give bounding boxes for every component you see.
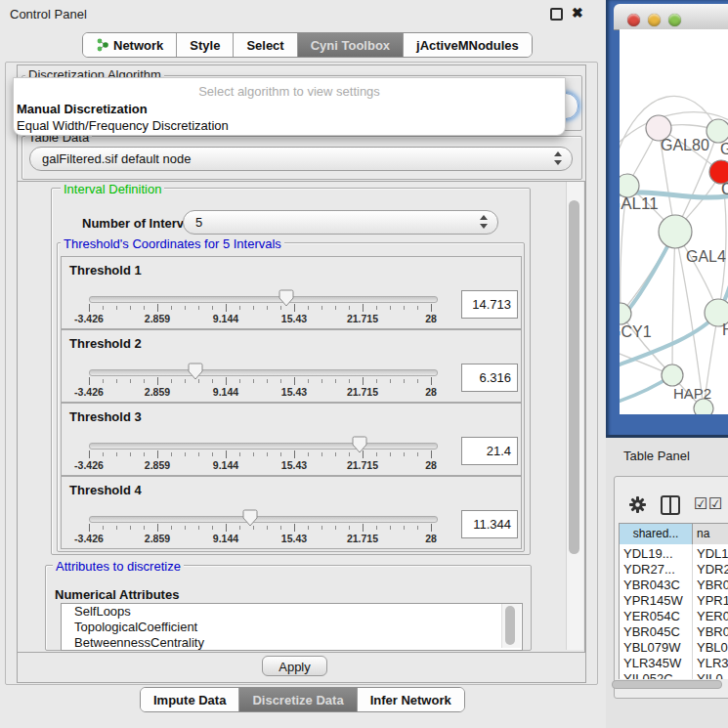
slider-tick-label: 21.715 xyxy=(341,533,384,544)
threshold-value-field[interactable]: 21.4 xyxy=(461,437,518,465)
slider-track[interactable] xyxy=(89,516,438,523)
slider-tick-label: -3.426 xyxy=(67,386,110,398)
threshold-block: Threshold 3-3.4262.8599.14415.4321.71528… xyxy=(61,403,522,476)
slider-tick-label: 9.144 xyxy=(204,386,247,398)
slider-track[interactable] xyxy=(89,443,438,450)
tab-cyni-toolbox[interactable]: Cyni Toolbox xyxy=(298,33,404,57)
apply-button[interactable]: Apply xyxy=(262,656,327,676)
slider-tick-label: 15.43 xyxy=(273,533,316,544)
tab-select[interactable]: Select xyxy=(234,33,297,57)
close-traffic-light-icon[interactable] xyxy=(627,14,640,26)
close-icon[interactable]: ✖ xyxy=(572,6,583,20)
cell-shared-name: YLR345W xyxy=(623,656,681,670)
slider-tick-label: 15.43 xyxy=(273,459,316,471)
slider-thumb[interactable] xyxy=(242,509,258,527)
column-header-shared[interactable]: shared... xyxy=(619,523,693,545)
vertical-scrollbar-thumb[interactable] xyxy=(569,200,579,554)
table-header-row: shared... na xyxy=(619,523,728,544)
slider-major-tick xyxy=(157,304,158,312)
footer-tab-discretize-data[interactable]: Discretize Data xyxy=(239,688,357,711)
cell-name: YIL0 xyxy=(697,671,723,679)
dropdown-item-equal-width[interactable]: Equal Width/Frequency Discretization xyxy=(17,118,229,133)
tab-label: Style xyxy=(190,38,220,53)
table-row[interactable]: YBR045CYBR0 xyxy=(620,624,728,640)
tab-label: Discretize Data xyxy=(252,693,343,707)
threshold-value-field[interactable]: 6.316 xyxy=(461,364,518,392)
slider-track[interactable] xyxy=(89,369,438,376)
table-row[interactable]: YBL079WYBL0 xyxy=(620,640,728,656)
slider-tick-label: 9.144 xyxy=(204,533,247,544)
threshold-label: Threshold 3 xyxy=(69,409,142,424)
minimize-traffic-light-icon[interactable] xyxy=(648,14,661,26)
slider-thumb[interactable] xyxy=(188,363,203,380)
table-row[interactable]: YLR345WYLR3 xyxy=(620,656,728,671)
slider-thumb[interactable] xyxy=(278,289,294,307)
float-panel-icon[interactable] xyxy=(550,8,563,21)
slider-tick-label: 15.43 xyxy=(273,313,316,324)
gear-icon[interactable] xyxy=(629,496,646,513)
control-panel-tabbar: NetworkStyleSelectCyni ToolboxjActiveMNo… xyxy=(82,32,533,58)
network-canvas[interactable]: GAL80GAL11GAL4GCY1HAP2GCH xyxy=(620,29,728,414)
number-of-intervals-combobox[interactable]: 5 xyxy=(183,210,498,235)
window-frame-edge xyxy=(606,435,728,438)
numerical-attributes-list[interactable]: SelfLoopsTopologicalCoefficientBetweenne… xyxy=(61,603,523,651)
attribute-list-item[interactable]: BetweennessCentrality xyxy=(62,635,522,651)
table-row[interactable]: YIL052CYIL0 xyxy=(620,671,728,679)
cell-shared-name: YBR045C xyxy=(623,624,680,639)
threshold-block: Threshold 4-3.4262.8599.14415.4321.71528… xyxy=(61,476,522,549)
network-node-label: GAL80 xyxy=(661,137,709,153)
checked-checkbox-icon[interactable]: ☑ xyxy=(708,494,722,513)
slider-tick-label: 15.43 xyxy=(273,386,316,398)
combo-stepper-icon xyxy=(554,151,562,165)
slider-thumb[interactable] xyxy=(352,436,367,453)
tab-label: Select xyxy=(246,38,283,53)
network-node[interactable] xyxy=(662,364,683,386)
dropdown-item-manual-discretization[interactable]: Manual Discretization xyxy=(17,102,148,116)
interval-definition-group-title: Interval Definition xyxy=(61,182,164,196)
tab-style[interactable]: Style xyxy=(177,33,234,57)
slider-track[interactable] xyxy=(89,296,438,303)
slider-major-tick xyxy=(363,304,364,312)
slider-major-tick xyxy=(226,524,227,532)
cell-name: YLR3 xyxy=(697,656,728,670)
network-node[interactable] xyxy=(707,119,728,143)
tab-label: Infer Network xyxy=(370,693,451,707)
table-row[interactable]: YDR27...YDR2 xyxy=(620,562,728,578)
split-columns-icon[interactable] xyxy=(661,495,680,515)
footer-tab-infer-network[interactable]: Infer Network xyxy=(358,688,464,711)
table-data-combobox[interactable]: galFiltered.sif default node xyxy=(29,147,573,171)
table-row[interactable]: YPR145WYPR1 xyxy=(620,593,728,609)
combo-stepper-icon xyxy=(480,215,488,229)
table-row[interactable]: YBR043CYBR0 xyxy=(620,578,728,593)
network-edge xyxy=(672,232,675,375)
zoom-traffic-light-icon[interactable] xyxy=(668,14,681,26)
slider-tick-label: 28 xyxy=(409,459,452,471)
checked-checkbox-icon[interactable]: ☑ xyxy=(694,494,707,513)
slider-tick-label: -3.426 xyxy=(67,533,110,544)
network-window-titlebar[interactable] xyxy=(614,4,728,30)
footer-tab-impute-data[interactable]: Impute Data xyxy=(141,688,239,711)
table-row[interactable]: YER054CYER0 xyxy=(620,609,728,624)
column-header-name[interactable]: na xyxy=(692,523,728,545)
slider-major-tick xyxy=(157,524,158,532)
attribute-list-item[interactable]: TopologicalCoefficient xyxy=(62,620,522,635)
slider-major-tick xyxy=(89,524,90,532)
slider-major-tick xyxy=(363,524,364,532)
tab-jactivemnodules[interactable]: jActiveMNodules xyxy=(404,33,532,57)
threshold-value-field[interactable]: 14.713 xyxy=(461,290,518,319)
tab-network[interactable]: Network xyxy=(83,33,177,57)
slider-major-tick xyxy=(226,450,227,458)
column-divider xyxy=(692,544,693,679)
slider-major-tick xyxy=(89,377,90,385)
network-node[interactable] xyxy=(659,215,692,248)
attributes-scrollbar-thumb[interactable] xyxy=(505,606,515,645)
slider-tick-label: 28 xyxy=(409,313,452,324)
threshold-value-field[interactable]: 11.344 xyxy=(461,510,518,538)
table-hscrollbar-thumb[interactable] xyxy=(612,680,722,689)
slider-major-tick xyxy=(294,450,295,458)
cell-name: YER0 xyxy=(697,609,728,623)
table-hscrollbar-track[interactable] xyxy=(612,680,724,688)
table-row[interactable]: YDL19...YDL1 xyxy=(620,546,728,562)
network-icon xyxy=(96,38,108,52)
attribute-list-item[interactable]: SelfLoops xyxy=(62,604,522,620)
